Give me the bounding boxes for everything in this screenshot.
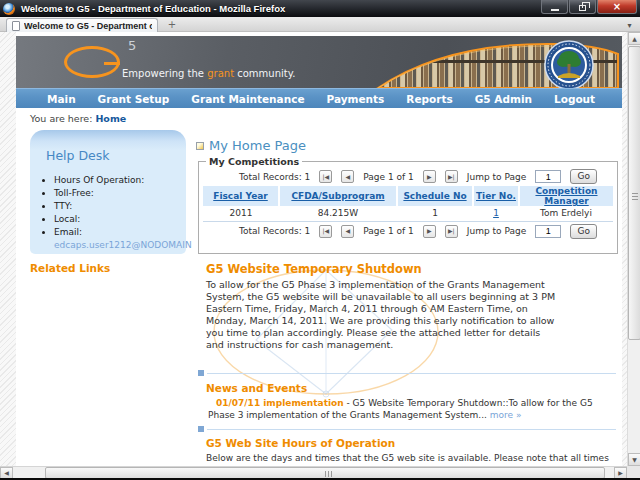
g5-logo-icon: [64, 46, 120, 78]
more-link[interactable]: more »: [490, 410, 522, 420]
list-item: Toll-Free:: [54, 187, 192, 200]
first-page-button[interactable]: |◀: [319, 225, 332, 238]
sort-schedule-link[interactable]: Schedule No: [403, 191, 466, 201]
page-content: 5 Empowering the grant community.: [16, 32, 622, 466]
total-label: Total Records:: [239, 172, 302, 182]
firefox-icon: [3, 3, 15, 15]
last-page-button[interactable]: ▶|: [445, 170, 458, 183]
col-tier-no: Tier No.: [473, 186, 519, 206]
nav-item-main[interactable]: Main: [36, 93, 87, 105]
col-cfda-subprogram: CFDA/Subprogram: [279, 186, 397, 206]
jump-to-page-label: Jump to Page: [467, 172, 526, 182]
next-page-button[interactable]: ▶: [423, 170, 436, 183]
list-item: Local:: [54, 213, 192, 226]
main-column: My Home Page My Competitions Total Recor…: [196, 32, 622, 466]
section-divider: [198, 370, 616, 377]
divider-line: [207, 373, 616, 374]
restore-button[interactable]: [569, 0, 596, 14]
my-competitions-legend: My Competitions: [206, 156, 302, 167]
horizontal-scrollbar[interactable]: ◀ ▶: [0, 466, 627, 478]
tier-link[interactable]: 1: [493, 208, 499, 218]
related-links-title: Related Links: [30, 262, 110, 274]
g5-logo-number: 5: [128, 38, 136, 53]
help-desk-email-link[interactable]: edcaps.user1212@NODOMAIN: [54, 239, 192, 252]
divider-square-icon: [198, 426, 204, 432]
list-item: Email: edcaps.user1212@NODOMAIN: [54, 226, 192, 252]
pagination-bottom: Total Records: 1 |◀ ◀ Page 1 of 1 ▶ ▶| J…: [203, 222, 613, 241]
news-item-link[interactable]: 01/07/11 implementation: [216, 398, 344, 408]
jump-to-page-label: Jump to Page: [467, 226, 526, 236]
window-title: Welcome to G5 - Department of Education …: [21, 3, 285, 14]
next-page-button[interactable]: ▶: [423, 225, 436, 238]
vertical-scrollbar[interactable]: ▲ ▼: [627, 32, 640, 466]
scroll-up-button[interactable]: ▲: [628, 32, 640, 45]
breadcrumb-home-link[interactable]: Home: [95, 113, 126, 124]
news-title: News and Events: [206, 382, 307, 394]
tab-list-dropdown[interactable]: ▾: [623, 20, 636, 31]
help-desk-list: Hours Of Operation: Toll-Free: TTY: Loca…: [54, 174, 192, 252]
col-fiscal-year: Fiscal Year: [203, 186, 279, 206]
page-viewport: 5 Empowering the grant community.: [0, 32, 640, 466]
page-icon: [12, 21, 20, 31]
page-indicator: Page 1 of 1: [363, 172, 414, 182]
shutdown-body: To allow for the G5 Phase 3 implementati…: [206, 279, 558, 351]
cell-tier: 1: [473, 206, 519, 221]
last-page-button[interactable]: ▶|: [445, 225, 458, 238]
list-item: TTY:: [54, 200, 192, 213]
window-controls: ×: [541, 0, 637, 14]
breadcrumb-prefix: You are here:: [30, 113, 92, 124]
title-bar: Welcome to G5 - Department of Education …: [0, 0, 640, 17]
my-competitions-panel: My Competitions Total Records: 1 |◀ ◀ Pa…: [198, 156, 618, 254]
help-desk-panel: Help Desk Hours Of Operation: Toll-Free:…: [30, 130, 186, 254]
close-icon: ×: [613, 2, 621, 12]
cell-schedule: 1: [397, 206, 473, 221]
cell-cfda: 84.215W: [279, 206, 397, 221]
thumb-grip-icon: [632, 193, 638, 200]
tab-welcome-g5[interactable]: Welcome to G5 - Department of Edu...: [6, 18, 158, 32]
scroll-down-button[interactable]: ▼: [628, 453, 640, 466]
prev-page-button[interactable]: ◀: [341, 170, 354, 183]
tab-bar: Welcome to G5 - Department of Edu... + ▾: [0, 17, 640, 32]
shutdown-title: G5 Website Temporary Shutdown: [206, 262, 422, 276]
cell-fiscal-year: 2011: [203, 206, 279, 221]
page-title-text: My Home Page: [209, 138, 306, 153]
jump-to-page-input[interactable]: [535, 225, 561, 238]
divider-square-icon: [198, 370, 204, 376]
cell-manager: Tom Erdelyi: [519, 206, 613, 221]
go-button[interactable]: Go: [570, 224, 597, 239]
minimize-button[interactable]: [541, 0, 568, 14]
prev-page-button[interactable]: ◀: [341, 225, 354, 238]
tab-title: Welcome to G5 - Department of Edu...: [24, 21, 152, 31]
hours-body: Below are the days and times that the G5…: [206, 453, 612, 466]
table-header-row: Fiscal Year CFDA/Subprogram Schedule No …: [203, 186, 613, 206]
first-page-button[interactable]: |◀: [319, 170, 332, 183]
nav-item-grant-setup[interactable]: Grant Setup: [87, 93, 181, 105]
new-tab-button[interactable]: +: [164, 20, 180, 31]
col-schedule-no: Schedule No: [397, 186, 473, 206]
table-row: 2011 84.215W 1 1 Tom Erdelyi: [203, 206, 613, 221]
section-divider: [198, 426, 616, 433]
go-button[interactable]: Go: [570, 169, 597, 184]
close-button[interactable]: ×: [597, 0, 637, 14]
restore-icon: [579, 5, 586, 11]
sort-manager-link[interactable]: Competition Manager: [535, 186, 597, 206]
news-item: 01/07/11 implementation - G5 Website Tem…: [208, 398, 612, 421]
total-value: 1: [305, 226, 311, 236]
page-indicator: Page 1 of 1: [363, 226, 414, 236]
divider-line: [207, 429, 616, 430]
sort-cfda-link[interactable]: CFDA/Subprogram: [291, 191, 384, 201]
jump-to-page-input[interactable]: [535, 170, 561, 183]
tagline-prefix: Empowering the: [122, 68, 207, 79]
total-label: Total Records:: [239, 226, 302, 236]
email-label: Email:: [54, 227, 82, 237]
vertical-scroll-thumb[interactable]: [628, 46, 640, 340]
minimize-icon: [551, 9, 559, 11]
page-bullet-icon: [196, 142, 204, 150]
pagination-top: Total Records: 1 |◀ ◀ Page 1 of 1 ▶ ▶| J…: [203, 167, 613, 186]
col-competition-manager: Competition Manager: [519, 186, 613, 206]
scrollbar-corner: [627, 466, 640, 478]
sort-tier-link[interactable]: Tier No.: [476, 191, 516, 201]
total-value: 1: [305, 172, 311, 182]
thumb-grip-icon: [325, 471, 332, 477]
sort-fiscal-year-link[interactable]: Fiscal Year: [213, 191, 268, 201]
